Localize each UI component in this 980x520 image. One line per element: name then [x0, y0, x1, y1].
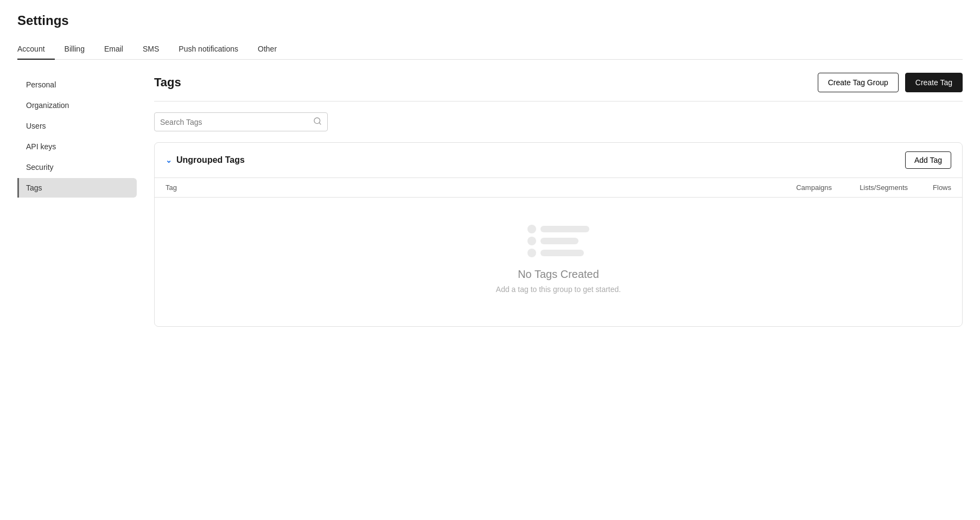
- tab-account[interactable]: Account: [17, 39, 55, 60]
- tab-billing[interactable]: Billing: [55, 39, 94, 60]
- main-content: Tags Create Tag Group Create Tag: [137, 73, 963, 327]
- empty-state: No Tags Created Add a tag to this group …: [155, 198, 962, 326]
- top-nav: Account Billing Email SMS Push notificat…: [17, 39, 963, 60]
- search-bar-wrapper: [154, 112, 963, 131]
- tab-sms[interactable]: SMS: [133, 39, 169, 60]
- add-tag-button[interactable]: Add Tag: [905, 151, 951, 169]
- create-tag-button[interactable]: Create Tag: [905, 73, 963, 92]
- placeholder-bar-2: [540, 238, 578, 244]
- chevron-down-icon: ⌄: [166, 156, 172, 164]
- search-input[interactable]: [160, 118, 311, 126]
- create-tag-group-button[interactable]: Create Tag Group: [818, 73, 899, 92]
- sidebar-item-tags[interactable]: Tags: [17, 178, 137, 198]
- page-header: Settings Account Billing Email SMS Push …: [0, 0, 980, 60]
- sidebar-item-api-keys[interactable]: API keys: [17, 137, 137, 156]
- col-header-lists-segments: Lists/Segments: [832, 183, 908, 192]
- header-divider: [154, 101, 963, 102]
- sidebar-item-users[interactable]: Users: [17, 116, 137, 136]
- col-header-flows: Flows: [908, 183, 951, 192]
- search-input-container[interactable]: [154, 112, 328, 131]
- tab-other[interactable]: Other: [248, 39, 287, 60]
- sidebar-item-organization[interactable]: Organization: [17, 96, 137, 115]
- sidebar-item-security[interactable]: Security: [17, 157, 137, 177]
- placeholder-circle-2: [527, 237, 536, 245]
- panel-title-text: Ungrouped Tags: [176, 155, 245, 165]
- placeholder-row-3: [527, 249, 589, 257]
- placeholder-bar-1: [540, 226, 589, 232]
- table-header: Tag Campaigns Lists/Segments Flows: [155, 178, 962, 198]
- tags-header: Tags Create Tag Group Create Tag: [154, 73, 963, 92]
- placeholder-bar-3: [540, 250, 584, 256]
- panel-header: ⌄ Ungrouped Tags Add Tag: [155, 143, 962, 178]
- header-buttons: Create Tag Group Create Tag: [818, 73, 963, 92]
- col-header-campaigns: Campaigns: [767, 183, 832, 192]
- empty-title: No Tags Created: [518, 268, 599, 281]
- search-icon: [313, 117, 322, 127]
- tab-push-notifications[interactable]: Push notifications: [169, 39, 248, 60]
- col-header-tag: Tag: [166, 183, 767, 192]
- sidebar-item-personal[interactable]: Personal: [17, 75, 137, 94]
- content-area: Personal Organization Users API keys Sec…: [0, 60, 980, 340]
- empty-subtitle: Add a tag to this group to get started.: [496, 285, 621, 294]
- placeholder-row-1: [527, 225, 589, 233]
- tags-panel: ⌄ Ungrouped Tags Add Tag Tag Campaigns L…: [154, 142, 963, 327]
- svg-line-1: [319, 123, 321, 124]
- placeholder-row-2: [527, 237, 589, 245]
- empty-placeholder-graphic: [527, 225, 589, 257]
- panel-title: ⌄ Ungrouped Tags: [166, 155, 245, 165]
- page-title: Settings: [17, 13, 963, 28]
- tab-email[interactable]: Email: [94, 39, 133, 60]
- tags-section-title: Tags: [154, 75, 181, 90]
- sidebar: Personal Organization Users API keys Sec…: [17, 73, 137, 327]
- placeholder-circle-1: [527, 225, 536, 233]
- placeholder-circle-3: [527, 249, 536, 257]
